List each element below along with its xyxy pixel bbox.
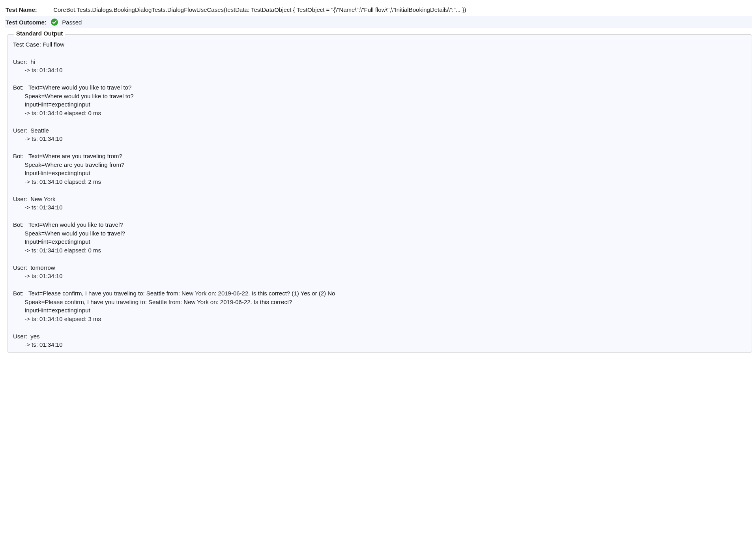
standard-output-fieldset: Standard Output Test Case: Full flow Use… — [7, 34, 752, 353]
test-outcome-row: Test Outcome: Passed — [5, 16, 752, 28]
test-name-value: CoreBot.Tests.Dialogs.BookingDialogTests… — [49, 6, 466, 13]
standard-output-text[interactable]: Test Case: Full flow User: hi -> ts: 01:… — [13, 40, 746, 349]
test-name-label: Test Name: — [6, 6, 47, 13]
standard-output-heading: Standard Output — [14, 30, 65, 37]
test-outcome-label: Test Outcome: — [6, 19, 47, 26]
standard-output-group: Standard Output Test Case: Full flow Use… — [7, 34, 752, 353]
test-outcome-value: Passed — [62, 19, 82, 26]
svg-point-0 — [51, 19, 58, 26]
test-name-row: Test Name: CoreBot.Tests.Dialogs.Booking… — [5, 4, 752, 15]
passed-check-icon — [51, 19, 58, 26]
